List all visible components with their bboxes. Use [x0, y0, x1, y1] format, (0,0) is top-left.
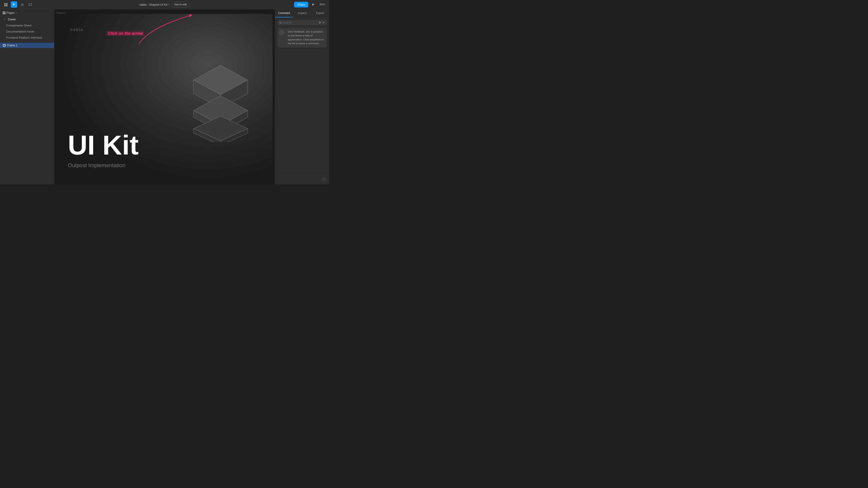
- sidebar-item-documentation[interactable]: Documentation Asset: [1, 29, 53, 34]
- components-sheet-label: Components Sheet: [6, 24, 31, 27]
- right-panel-content: Give feedback, ask a question, or just l…: [275, 18, 329, 175]
- canvas-content: nabla: [57, 14, 273, 182]
- svg-rect-2: [4, 5, 6, 6]
- search-icon: [279, 21, 282, 24]
- svg-rect-3: [6, 5, 7, 6]
- frame1-label: Frame 1: [7, 44, 18, 47]
- sidebar-item-frontend[interactable]: Frontend Platform Interface: [1, 35, 53, 40]
- comment-search-row: [277, 20, 327, 25]
- select-tool-button[interactable]: [11, 1, 17, 8]
- svg-rect-8: [4, 13, 5, 14]
- comment-tool-button[interactable]: [27, 1, 33, 8]
- pages-icon: [3, 11, 5, 14]
- svg-marker-4: [312, 3, 314, 6]
- comment-feedback-box: Give feedback, ask a question, or just l…: [277, 28, 327, 48]
- topbar-right: Share 66%: [294, 1, 327, 8]
- pages-header[interactable]: Pages ▾: [0, 9, 54, 16]
- sidebar-item-cover[interactable]: ✓ Cover: [1, 17, 53, 22]
- comment-feedback-text: Give feedback, ask a question, or just l…: [288, 30, 324, 45]
- tab-export[interactable]: Export: [311, 9, 329, 18]
- pages-label: Pages: [6, 11, 15, 14]
- topbar-center: nabla - Outpost UI Kit ▾ Ask to edit: [139, 2, 190, 7]
- 3d-boxes-graphic: [187, 59, 254, 138]
- canvas-subtitle: Outpost Implementation: [68, 162, 261, 168]
- svg-rect-0: [4, 3, 6, 4]
- svg-line-24: [281, 23, 281, 24]
- comment-bubble-icon: [280, 30, 284, 35]
- layer-frame1[interactable]: Frame 1: [0, 43, 54, 48]
- main-layout: Pages ▾ ✓ Cover Components Sheet Documen…: [0, 9, 329, 184]
- topbar: nabla - Outpost UI Kit ▾ Ask to edit Sha…: [0, 0, 329, 9]
- check-icon: ✓: [4, 18, 6, 21]
- svg-point-23: [279, 22, 281, 23]
- file-name[interactable]: nabla - Outpost UI Kit ▾: [139, 3, 169, 6]
- hand-tool-button[interactable]: [19, 1, 25, 8]
- topbar-left: [3, 1, 33, 8]
- layers-section: Frame 1: [0, 43, 54, 184]
- documentation-asset-label: Documentation Asset: [6, 30, 34, 33]
- frontend-label: Frontend Platform Interface: [6, 36, 42, 39]
- help-button[interactable]: ?: [321, 177, 327, 182]
- frame-icon: [3, 44, 6, 47]
- left-sidebar: Pages ▾ ✓ Cover Components Sheet Documen…: [0, 9, 54, 184]
- sidebar-divider: [0, 41, 54, 42]
- nabla-logo-text: nabla: [70, 27, 84, 32]
- svg-rect-7: [3, 13, 4, 14]
- share-button[interactable]: Share: [294, 2, 308, 7]
- svg-rect-1: [6, 3, 7, 4]
- pages-chevron-icon: ▾: [16, 12, 17, 14]
- pages-title: Pages ▾: [3, 11, 17, 14]
- canvas-area[interactable]: Frame 1 nabla: [54, 9, 275, 184]
- settings-icon: [322, 21, 325, 24]
- svg-point-25: [323, 22, 324, 23]
- ask-edit-button[interactable]: Ask to edit: [171, 2, 190, 7]
- svg-rect-6: [4, 11, 5, 13]
- bottom-help: ?: [275, 175, 329, 184]
- svg-rect-5: [3, 11, 4, 13]
- file-name-text: nabla - Outpost UI Kit: [139, 3, 167, 6]
- page-cover-label: Cover: [8, 18, 16, 21]
- lightning-icon: [318, 21, 321, 24]
- right-panel-tabs: Comment Inspect Export: [275, 9, 329, 18]
- design-canvas: nabla: [57, 14, 273, 182]
- tab-inspect[interactable]: Inspect: [293, 9, 311, 18]
- svg-rect-9: [3, 44, 5, 46]
- chevron-down-icon: ▾: [168, 3, 169, 6]
- sidebar-item-components[interactable]: Components Sheet: [1, 23, 53, 28]
- right-sidebar: Comment Inspect Export: [275, 9, 329, 184]
- main-menu-button[interactable]: [3, 1, 9, 8]
- zoom-level[interactable]: 66%: [318, 2, 327, 7]
- play-button[interactable]: [310, 1, 316, 8]
- tab-comment[interactable]: Comment: [275, 9, 293, 18]
- search-input[interactable]: [283, 21, 317, 24]
